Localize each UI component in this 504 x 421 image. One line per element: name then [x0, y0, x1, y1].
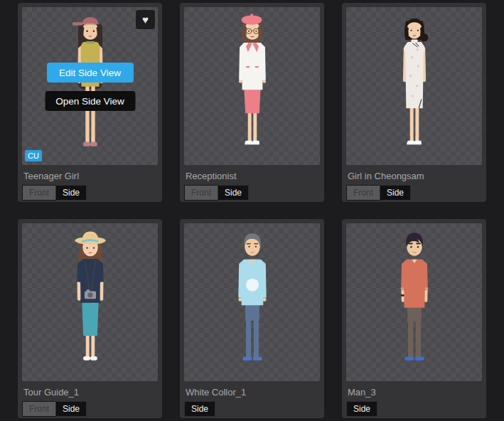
character-name: Girl in Cheongsam — [348, 171, 481, 182]
character-illustration — [379, 228, 449, 374]
character-illustration — [55, 11, 125, 158]
view-toggle: Side — [346, 401, 482, 417]
character-thumbnail[interactable] — [184, 223, 320, 381]
character-card[interactable]: Man_3 Side — [342, 219, 486, 418]
character-name: Man_3 — [348, 388, 481, 398]
side-view-button[interactable]: Side — [55, 185, 87, 201]
character-thumbnail[interactable] — [22, 223, 158, 381]
character-name: Tour Guide_1 — [23, 388, 156, 398]
character-thumbnail[interactable] — [346, 223, 482, 381]
side-view-button[interactable]: Side — [380, 185, 411, 201]
view-toggle: Side — [184, 401, 320, 417]
view-toggle: Front Side — [22, 401, 158, 417]
side-view-button[interactable]: Side — [184, 401, 215, 417]
character-grid: ♥ Edit Side View Open Side View CU Teena… — [0, 0, 504, 421]
character-name: Teenager Girl — [23, 171, 156, 182]
character-card[interactable]: White Collor_1 Side — [180, 219, 324, 418]
front-view-button[interactable]: Front — [22, 401, 55, 417]
side-view-button[interactable]: Side — [55, 401, 87, 417]
front-view-button[interactable]: Front — [346, 185, 380, 201]
side-view-button[interactable]: Side — [218, 185, 249, 201]
character-illustration — [217, 11, 287, 158]
front-view-button[interactable]: Front — [184, 185, 218, 201]
view-toggle: Front Side — [184, 185, 320, 201]
side-view-button[interactable]: Side — [346, 401, 377, 417]
character-illustration — [217, 228, 287, 374]
character-thumbnail[interactable]: ♥ Edit Side View Open Side View CU — [22, 7, 158, 165]
open-side-view-button[interactable]: Open Side View — [45, 91, 135, 111]
character-card[interactable]: Tour Guide_1 Front Side — [18, 219, 162, 418]
character-thumbnail[interactable] — [346, 7, 482, 165]
character-illustration — [379, 11, 449, 158]
character-illustration — [55, 228, 125, 374]
character-thumbnail[interactable] — [184, 7, 320, 165]
character-card[interactable]: ♥ Edit Side View Open Side View CU Teena… — [18, 3, 162, 202]
edit-side-view-button[interactable]: Edit Side View — [47, 63, 134, 82]
character-name: Receptionist — [186, 171, 318, 182]
character-card[interactable]: Receptionist Front Side — [180, 3, 324, 202]
view-toggle: Front Side — [346, 185, 482, 201]
view-toggle: Front Side — [22, 185, 158, 201]
front-view-button[interactable]: Front — [22, 185, 55, 201]
cu-badge: CU — [25, 150, 42, 161]
character-name: White Collor_1 — [186, 388, 318, 398]
character-card[interactable]: Girl in Cheongsam Front Side — [342, 3, 486, 202]
heart-icon: ♥ — [142, 14, 149, 26]
favorite-button[interactable]: ♥ — [136, 10, 155, 29]
